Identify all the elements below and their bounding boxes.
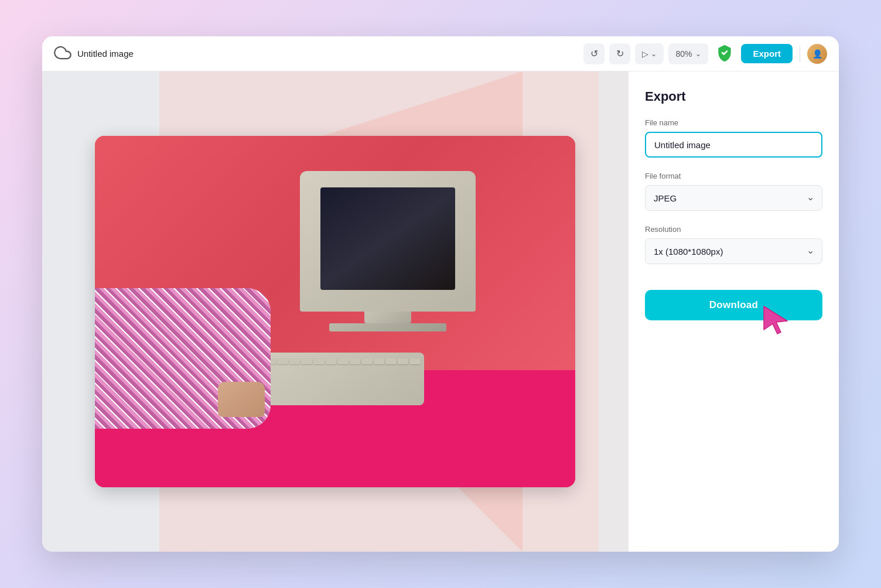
monitor-stand [364, 312, 411, 323]
file-format-wrapper: JPEG PNG SVG PDF WebP [645, 185, 822, 211]
panel-title: Export [645, 89, 822, 104]
zoom-chevron-icon: ⌄ [695, 50, 701, 58]
shield-icon [715, 43, 734, 64]
file-format-select[interactable]: JPEG PNG SVG PDF WebP [645, 185, 822, 211]
file-name-group: File name [645, 118, 822, 158]
cloud-icon [54, 44, 71, 64]
play-icon: ▷ [642, 49, 648, 59]
key [398, 358, 409, 364]
file-name-label: File name [645, 118, 822, 127]
toolbar-center: ↺ ↻ ▷ ⌄ 80% ⌄ [583, 43, 708, 64]
key [289, 358, 301, 364]
zoom-label: 80% [675, 49, 692, 59]
toolbar-divider [800, 46, 800, 62]
key [301, 358, 312, 364]
app-window: Untitled image ↺ ↻ ▷ ⌄ 80% ⌄ [42, 36, 839, 552]
doc-title: Untitled image [77, 49, 134, 59]
resolution-select[interactable]: 1x (1080*1080px) 2x (2160*2160px) 3x (32… [645, 238, 822, 264]
resolution-wrapper: 1x (1080*1080px) 2x (2160*2160px) 3x (32… [645, 238, 822, 264]
key [374, 358, 385, 364]
toolbar-left: Untitled image [54, 44, 576, 64]
key [277, 358, 288, 364]
avatar-initials: 👤 [812, 49, 822, 59]
play-chevron-icon: ⌄ [651, 50, 657, 58]
resolution-label: Resolution [645, 225, 822, 234]
key [350, 358, 361, 364]
canvas-area[interactable] [42, 71, 628, 552]
redo-button[interactable]: ↻ [609, 43, 630, 64]
key [326, 358, 337, 364]
file-name-input[interactable] [645, 132, 822, 158]
monitor-screen [320, 187, 455, 290]
file-format-group: File format JPEG PNG SVG PDF WebP [645, 172, 822, 211]
export-panel: Export File name File format JPEG PNG SV… [628, 71, 839, 552]
redo-icon: ↻ [616, 48, 624, 59]
key [313, 358, 325, 364]
export-button[interactable]: Export [741, 44, 793, 63]
zoom-button[interactable]: 80% ⌄ [668, 43, 708, 64]
fist [218, 382, 265, 417]
monitor-body [300, 171, 476, 312]
toolbar: Untitled image ↺ ↻ ▷ ⌄ 80% ⌄ [42, 36, 839, 71]
avatar[interactable]: 👤 [807, 44, 827, 64]
canvas-image [95, 136, 575, 487]
key [337, 358, 349, 364]
play-button[interactable]: ▷ ⌄ [635, 43, 664, 64]
monitor-base [329, 323, 446, 331]
undo-button[interactable]: ↺ [583, 43, 605, 64]
file-format-label: File format [645, 172, 822, 180]
toolbar-right: Export 👤 [715, 43, 827, 64]
arm [95, 288, 271, 429]
download-container: Download [645, 285, 822, 320]
main-content: Export File name File format JPEG PNG SV… [42, 71, 839, 552]
monitor [300, 171, 476, 323]
resolution-group: Resolution 1x (1080*1080px) 2x (2160*216… [645, 225, 822, 264]
key [409, 358, 421, 364]
key [361, 358, 373, 364]
image-content [95, 136, 575, 487]
download-button[interactable]: Download [645, 290, 822, 320]
undo-icon: ↺ [590, 48, 598, 59]
key [385, 358, 397, 364]
